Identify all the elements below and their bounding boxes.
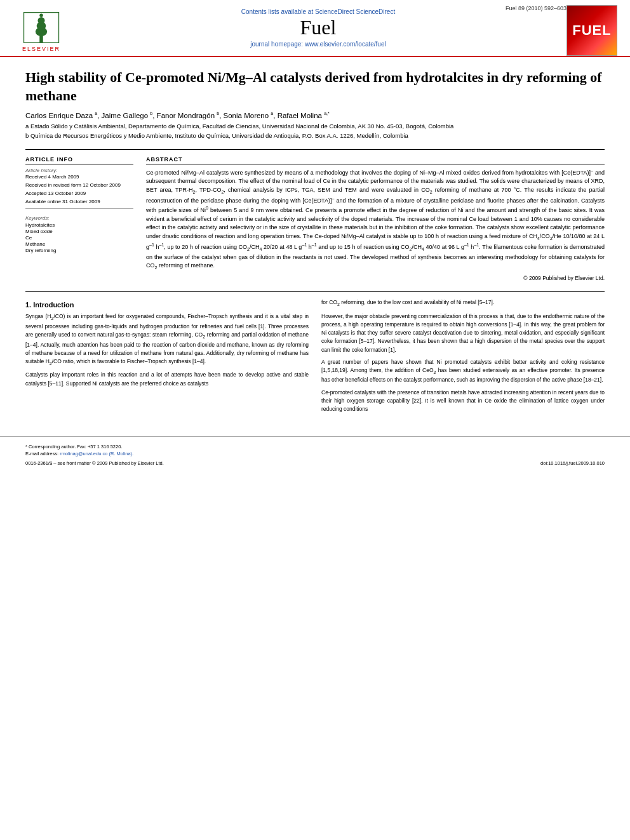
fuel-logo-box: FUEL [566, 5, 617, 56]
elsevier-logo: ELSEVIER [13, 10, 70, 52]
citation-text: Fuel 89 (2010) 592–603 [506, 5, 566, 11]
svg-point-4 [39, 13, 43, 17]
affiliations: a Estado Sólido y Catálisis Ambiental, D… [25, 122, 605, 140]
elsevier-wordmark: ELSEVIER [22, 46, 60, 52]
keyword-4: Methane [25, 241, 133, 247]
received-date: Received 4 March 2009 [25, 174, 133, 180]
footer-footnote: * Corresponding author. Fax: +57 1 316 5… [25, 443, 605, 458]
copyright: © 2009 Published by Elsevier Ltd. [146, 275, 605, 281]
fuel-logo-text: FUEL [572, 22, 611, 39]
keyword-1: Hydrotalcites [25, 222, 133, 228]
page-footer: * Corresponding author. Fax: +57 1 316 5… [0, 436, 630, 470]
sciencedirect-link-text[interactable]: ScienceDirect [356, 8, 395, 15]
abstract-title: ABSTRACT [146, 156, 605, 164]
journal-homepage: journal homepage: www.elsevier.com/locat… [70, 41, 566, 48]
affiliation-b: b Química de Recursos Energéticos y Medi… [25, 131, 605, 140]
article-content: High stability of Ce-promoted Ni/Mg–Al c… [0, 57, 630, 430]
accepted-date: Accepted 13 October 2009 [25, 190, 133, 196]
fuel-citation: Fuel 89 (2010) 592–603 [506, 5, 566, 11]
abstract-panel: ABSTRACT Ce-promoted Ni/Mg–Al catalysts … [146, 156, 605, 282]
svg-rect-0 [39, 36, 43, 43]
intro-heading: 1. Introduction [25, 301, 309, 309]
footer-issn: 0016-2361/$ – see front matter © 2009 Pu… [25, 460, 164, 466]
sciencedirect-label: Contents lists available at ScienceDirec… [70, 8, 566, 15]
footnote-star: * Corresponding author. Fax: +57 1 316 5… [25, 444, 122, 450]
body-col-right: for CO2 reforming, due to the low cost a… [321, 298, 605, 417]
svg-point-3 [38, 17, 45, 23]
sd-label-text: Contents lists available at ScienceDirec… [241, 8, 354, 15]
keywords-label: Keywords: [25, 215, 133, 221]
section-divider [25, 149, 605, 150]
article-title: High stability of Ce-promoted Ni/Mg–Al c… [25, 69, 605, 105]
journal-header: ELSEVIER Contents lists available at Sci… [0, 0, 630, 57]
revised-date: Received in revised form 12 October 2009 [25, 182, 133, 188]
history-label: Article history: [25, 168, 133, 173]
keywords-section: Keywords: Hydrotalcites Mixed oxide Ce M… [25, 215, 133, 253]
online-date: Available online 31 October 2009 [25, 199, 133, 204]
abstract-text: Ce-promoted Ni/Mg–Al catalysts were synt… [146, 168, 605, 272]
body-section: 1. Introduction Syngas (H2/CO) is an imp… [25, 298, 605, 417]
body-text-right: for CO2 reforming, due to the low cost a… [321, 298, 605, 413]
footer-doi: doi:10.1016/j.fuel.2009.10.010 [540, 460, 605, 466]
body-divider [25, 291, 605, 292]
footnote-email: rmolinag@unal.edu.co (R. Molina). [60, 451, 133, 457]
footer-bottom: 0016-2361/$ – see front matter © 2009 Pu… [25, 460, 605, 466]
info-divider [25, 208, 133, 209]
affiliation-a: a Estado Sólido y Catálisis Ambiental, D… [25, 122, 605, 130]
body-col-left: 1. Introduction Syngas (H2/CO) is an imp… [25, 298, 309, 417]
footnote-email-label: E-mail address: [25, 451, 60, 457]
keyword-3: Ce [25, 235, 133, 241]
body-text-left: Syngas (H2/CO) is an important feed for … [25, 312, 309, 387]
page: ELSEVIER Contents lists available at Sci… [0, 0, 630, 840]
info-abstract-section: ARTICLE INFO Article history: Received 4… [25, 156, 605, 282]
elsevier-tree-icon [19, 10, 64, 44]
authors: Carlos Enrique Daza a, Jaime Gallego b, … [25, 111, 605, 119]
journal-center-header: Contents lists available at ScienceDirec… [70, 8, 566, 52]
article-info-panel: ARTICLE INFO Article history: Received 4… [25, 156, 133, 282]
journal-title: Fuel [70, 17, 566, 39]
keyword-5: Dry reforming [25, 248, 133, 253]
article-info-title: ARTICLE INFO [25, 156, 133, 164]
keyword-2: Mixed oxide [25, 229, 133, 234]
